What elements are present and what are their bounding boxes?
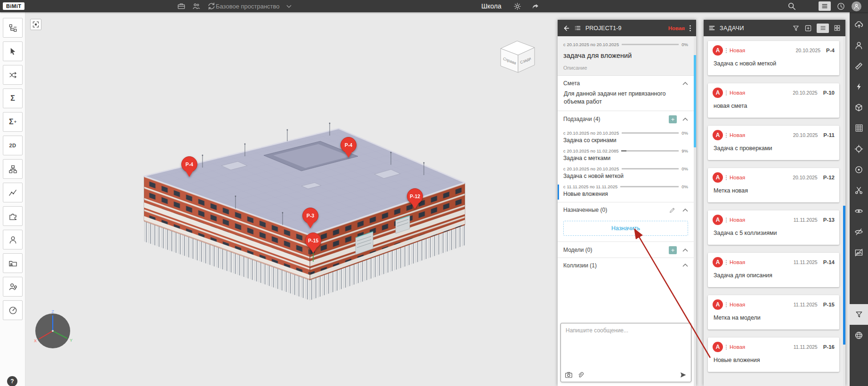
card-menu-icon[interactable] [725, 217, 727, 223]
model-pin[interactable]: P-3 [302, 208, 318, 230]
message-input[interactable] [561, 323, 691, 370]
card-menu-icon[interactable] [725, 90, 727, 96]
charts-button[interactable] [3, 183, 23, 202]
2d-mode-button[interactable]: 2D [3, 136, 23, 155]
subtask-item[interactable]: с 20.10.2025 по 11.02.2085 9% Задача с м… [558, 148, 694, 161]
back-button[interactable] [562, 24, 570, 32]
chevron-up-icon[interactable] [682, 82, 688, 85]
structure-button[interactable] [3, 159, 23, 179]
view-list-button[interactable] [819, 0, 831, 12]
search-icon[interactable] [787, 0, 796, 12]
user-button[interactable] [850, 35, 868, 56]
section-cut-scissors-button[interactable] [850, 180, 868, 201]
chevron-up-icon[interactable] [682, 209, 688, 212]
sphere-view-button[interactable] [850, 325, 868, 346]
account-icon[interactable] [852, 0, 861, 12]
help-button[interactable]: ? [7, 376, 17, 386]
estimate-sum-add-button[interactable]: Σ+ [3, 112, 23, 132]
task-card[interactable]: A Новая 20.10.2025 P-10 новая смета [708, 83, 839, 118]
model-sync-icon[interactable] [207, 2, 216, 10]
filter-tasks-icon[interactable] [792, 24, 800, 32]
history-icon[interactable] [836, 0, 845, 12]
point-marker-button[interactable] [850, 159, 868, 180]
card-title: новая смета [713, 103, 835, 109]
image-off-button[interactable] [850, 242, 868, 263]
ruler-button[interactable] [850, 56, 868, 76]
section-assigned-header[interactable]: Назначенные (0) [558, 202, 694, 217]
select-button[interactable] [3, 41, 23, 61]
tasks-panel-header: ЗАДАЧИ [704, 20, 845, 36]
subtask-dates: с 20.10.2025 по 20.10.2025 [563, 130, 619, 136]
detail-menu-icon[interactable] [689, 24, 691, 32]
card-menu-icon[interactable] [725, 344, 727, 350]
section-estimate-header[interactable]: Смета [558, 76, 694, 90]
send-icon[interactable] [679, 371, 687, 379]
section-models-header[interactable]: Модели (0) + [558, 242, 694, 257]
quick-actions-bolt-button[interactable] [850, 76, 868, 97]
model-pin[interactable]: P-4 [341, 137, 357, 160]
filter-button[interactable] [850, 304, 868, 325]
card-menu-icon[interactable] [725, 302, 727, 308]
user-location-button[interactable] [3, 277, 23, 297]
crosshair-target-button[interactable] [850, 138, 868, 159]
task-card[interactable]: A Новая 20.10.2025 P-12 Метка новая [708, 168, 839, 202]
card-menu-icon[interactable] [725, 259, 727, 265]
card-menu-icon[interactable] [725, 48, 727, 54]
chevron-up-icon[interactable] [682, 264, 688, 267]
attach-photo-icon[interactable] [565, 371, 573, 379]
roles-folder-button[interactable] [3, 253, 23, 273]
subtask-item[interactable]: с 20.10.2025 по 20.10.2025 0% Задача с н… [558, 166, 694, 179]
subtask-percent: 9% [681, 148, 688, 153]
subtask-dates: с 20.10.2025 по 11.02.2085 [563, 148, 618, 153]
grid-table-button[interactable] [850, 118, 868, 138]
cloud-upload-button[interactable] [850, 14, 868, 35]
model-tree-button[interactable] [3, 18, 23, 38]
focus-model-button[interactable] [30, 19, 41, 30]
tasks-list-icon[interactable] [708, 24, 715, 32]
estimate-sum-button[interactable]: Σ [3, 88, 23, 108]
section-collisions-header[interactable]: Коллизии (1) [558, 258, 694, 272]
detail-scrollbar[interactable] [694, 36, 696, 386]
subtask-item-current[interactable]: с 11.11.2025 по 11.11.2025 0% Новые влож… [558, 184, 694, 197]
section-subtasks-header[interactable]: Подзадачи (4) + [558, 111, 694, 127]
list-view-icon[interactable] [817, 24, 829, 33]
task-card[interactable]: A Новая 11.11.2025 P-13 Задача с 5 колли… [708, 210, 839, 245]
grid-view-icon[interactable] [834, 24, 841, 32]
model-pin[interactable]: P-4 [181, 156, 197, 179]
clash-detection-button[interactable] [3, 65, 23, 85]
assign-button[interactable]: Назначить [563, 221, 688, 236]
task-card[interactable]: A Новая 20.10.2025 P-4 Задача с новой ме… [708, 41, 839, 75]
card-menu-icon[interactable] [725, 132, 727, 138]
subtask-item[interactable]: с 20.10.2025 по 20.10.2025 0% Задача со … [558, 130, 694, 144]
add-task-icon[interactable] [804, 24, 812, 32]
gear-icon[interactable] [513, 0, 521, 12]
users-button[interactable] [3, 230, 23, 249]
workspace-selector[interactable]: Базовое пространство [216, 0, 292, 12]
estimate-label: Смета [563, 80, 580, 87]
right-toolbar [850, 12, 868, 386]
toolbox-icon[interactable] [177, 2, 186, 10]
model-pin[interactable]: P-12 [407, 188, 423, 211]
visibility-eye-off-button[interactable] [850, 221, 868, 242]
visibility-eye-button[interactable] [850, 201, 868, 221]
pencil-icon[interactable] [669, 207, 676, 214]
add-model-button[interactable]: + [669, 246, 677, 254]
attach-file-icon[interactable] [576, 371, 584, 379]
box-3d-button[interactable] [850, 97, 868, 118]
task-card[interactable]: A Новая 11.11.2025 P-16 Новые вложения [708, 338, 839, 372]
task-card[interactable]: A Новая 11.11.2025 P-15 Метка на модели [708, 295, 839, 330]
chevron-up-icon[interactable] [682, 249, 688, 252]
card-menu-icon[interactable] [725, 175, 727, 181]
task-card[interactable]: A Новая 11.11.2025 P-14 Задача для описа… [708, 253, 839, 287]
model-pin[interactable]: P-15 [305, 233, 321, 255]
tasks-scrollbar[interactable] [843, 36, 845, 386]
add-subtask-button[interactable]: + [669, 115, 677, 123]
app-logo[interactable]: BiMiT [3, 0, 24, 12]
chevron-up-icon[interactable] [682, 118, 688, 121]
plugins-button[interactable] [3, 206, 23, 226]
share-icon[interactable] [531, 0, 539, 12]
models-label: Модели (0) [563, 247, 592, 253]
task-card[interactable]: A Новая 20.10.2025 P-11 Задача с проверк… [708, 126, 839, 160]
team-icon[interactable] [192, 2, 201, 10]
gauge-button[interactable] [3, 300, 23, 320]
